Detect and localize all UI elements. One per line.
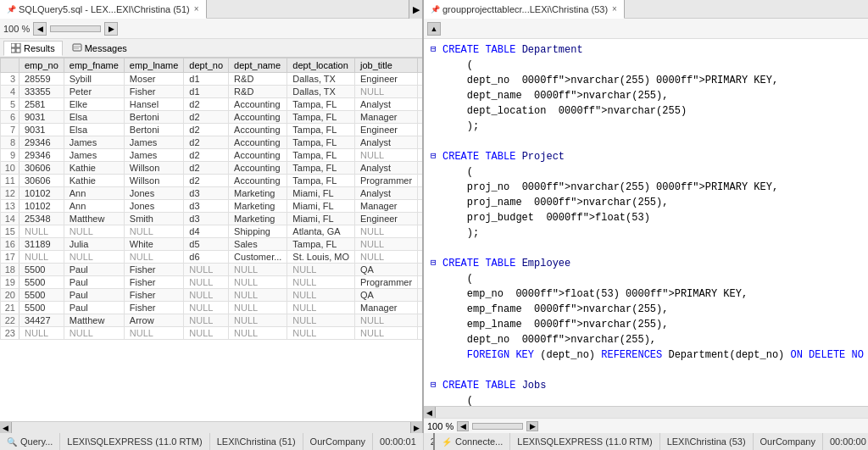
cell-emp_fname: Ann [64, 200, 124, 213]
cell-row: 9 [1, 149, 19, 162]
cell-row: 16 [1, 238, 19, 251]
cell-dept_name: Marketing [229, 187, 287, 200]
cell-emp_no: 10102 [19, 187, 64, 200]
cell-dept_name: Accounting [229, 124, 287, 136]
cell-emp_fname: James [64, 136, 124, 149]
right-hscrollbar[interactable]: ◀ ▶ [424, 406, 868, 418]
cell-job_b: 2015 [418, 111, 422, 124]
cell-emp_lname: White [124, 238, 183, 251]
cell-row: 7 [1, 124, 19, 136]
cell-dept_no: d4 [184, 225, 229, 238]
table-row: 1631189JuliaWhited5SalesTampa, FLNULLNUL… [1, 238, 423, 251]
left-hscrollbar[interactable]: ◀ ▶ [0, 421, 422, 433]
cell-dept_no: d6 [184, 251, 229, 264]
cell-emp_fname: NULL [64, 251, 124, 264]
cell-emp_lname: Fisher [124, 86, 183, 98]
cell-job_b: 2015 [418, 162, 422, 175]
right-hscroll-left[interactable]: ◀ [424, 407, 436, 419]
sql-line-text: CREATE TABLE Department [442, 42, 868, 58]
col-header-0 [1, 58, 19, 73]
cell-job_b: NULL [418, 86, 422, 98]
table-header-row: emp_noemp_fnameemp_lnamedept_nodept_name… [1, 58, 423, 73]
zoom-slider[interactable] [50, 25, 101, 32]
hscroll-track[interactable] [12, 422, 410, 433]
sql-scroll-up-btn[interactable]: ▲ [427, 22, 441, 36]
right-tab-active[interactable]: 📌 groupprojecttablecr...LEXi\Christina (… [424, 0, 625, 19]
table-row: 185500PaulFisherNULLNULLNULLQA2010 [1, 264, 423, 276]
status-text-3: OurCompany [760, 436, 815, 447]
cell-dept_name: NULL [229, 289, 287, 302]
cell-row: 17 [1, 251, 19, 264]
line-collapse-marker[interactable]: ⊟ [431, 42, 439, 57]
cell-emp_no: 5500 [19, 276, 64, 289]
cell-emp_lname: Fisher [124, 276, 183, 289]
sql-editor[interactable]: ⊟CREATE TABLE Department ( dept_no 0000f… [424, 39, 868, 406]
cell-emp_fname: Paul [64, 264, 124, 276]
cell-emp_no: 34427 [19, 314, 64, 327]
right-tab-close[interactable]: × [612, 4, 617, 14]
table-row: 1210102AnnJonesd3MarketingMiami, FLAnaly… [1, 187, 423, 200]
table-row: 215500PaulFisherNULLNULLNULLManager2010 [1, 302, 423, 314]
hscroll-right-btn[interactable]: ▶ [410, 422, 422, 433]
sql-line: FOREIGN KEY (dept_no) REFERENCES Departm… [431, 347, 868, 363]
cell-dept_name: NULL [229, 276, 287, 289]
line-collapse-marker[interactable]: ⊟ [431, 256, 439, 270]
cell-dept_no: d3 [184, 213, 229, 225]
cell-row: 20 [1, 289, 19, 302]
cell-dept_location: Tampa, FL [287, 111, 355, 124]
zoom-label: 100 % [3, 24, 30, 34]
cell-emp_lname: Fisher [124, 302, 183, 314]
cell-job_b: NULL [418, 238, 422, 251]
cell-row: 23 [1, 327, 19, 340]
col-header-4: dept_no [184, 58, 229, 73]
hscroll-left-btn[interactable]: ◀ [0, 422, 12, 433]
right-hscroll-track[interactable] [436, 407, 868, 418]
table-row: 1130606KathieWillsond2AccountingTampa, F… [1, 175, 423, 187]
zoom-dec-btn[interactable]: ◀ [33, 22, 47, 36]
tab-results[interactable]: Results [3, 41, 63, 56]
right-tab-bar: 📌 groupprojecttablecr...LEXi\Christina (… [424, 0, 868, 19]
cell-job_b: 2010 [418, 264, 422, 276]
cell-emp_fname: Kathie [64, 162, 124, 175]
cell-row: 13 [1, 200, 19, 213]
cell-dept_name: Shipping [229, 225, 287, 238]
cell-job_title: NULL [355, 251, 418, 264]
grid-icon [11, 43, 21, 53]
left-pane-scroll-right[interactable]: ▶ [409, 0, 422, 19]
right-zoom-dec[interactable]: ◀ [457, 421, 469, 431]
line-collapse-marker[interactable]: ⊟ [431, 378, 439, 392]
sql-line: ⊟CREATE TABLE Department [431, 42, 868, 58]
sql-line-text: dept_no 0000ff">nvarchar(255) 0000ff">PR… [442, 73, 868, 88]
col-header-3: emp_lname [124, 58, 183, 73]
cell-dept_location: NULL [287, 327, 355, 340]
table-row: 195500PaulFisherNULLNULLNULLProgrammer20… [1, 276, 423, 289]
svg-rect-4 [73, 44, 81, 51]
cell-dept_name: Accounting [229, 98, 287, 111]
line-collapse-marker[interactable]: ⊟ [431, 149, 439, 164]
cell-dept_location: NULL [287, 264, 355, 276]
cell-row: 12 [1, 187, 19, 200]
cell-job_title: NULL [355, 225, 418, 238]
col-header-6: dept_location [287, 58, 355, 73]
table-body: 328559SybillMoserd1R&DDallas, TXEngineer… [1, 73, 423, 340]
cell-dept_location: Miami, FL [287, 213, 355, 225]
status-text-0: Query... [20, 436, 53, 447]
cell-emp_fname: Elsa [64, 111, 124, 124]
tab-messages[interactable]: Messages [64, 41, 135, 56]
sql-line-text: emp_fname 0000ff">nvarchar(255), [442, 302, 868, 317]
cell-dept_no: NULL [184, 264, 229, 276]
cell-dept_name: NULL [229, 327, 287, 340]
right-zoom-slider[interactable] [472, 423, 523, 430]
left-tab-active[interactable]: 📌 SQLQuery5.sql - LEX...EXI\Christina (5… [0, 0, 207, 19]
right-zoom-inc[interactable]: ▶ [526, 421, 538, 431]
sql-line: dept_no 0000ff">nvarchar(255), [431, 332, 868, 347]
cell-dept_location: St. Louis, MO [287, 251, 355, 264]
cell-job_title: Analyst [355, 162, 418, 175]
zoom-inc-btn[interactable]: ▶ [104, 22, 118, 36]
cell-emp_no: 30606 [19, 175, 64, 187]
results-table-container[interactable]: emp_noemp_fnameemp_lnamedept_nodept_name… [0, 58, 422, 421]
cell-dept_no: d2 [184, 124, 229, 136]
cell-emp_no: NULL [19, 251, 64, 264]
cell-emp_no: NULL [19, 327, 64, 340]
left-tab-close[interactable]: × [194, 4, 199, 14]
